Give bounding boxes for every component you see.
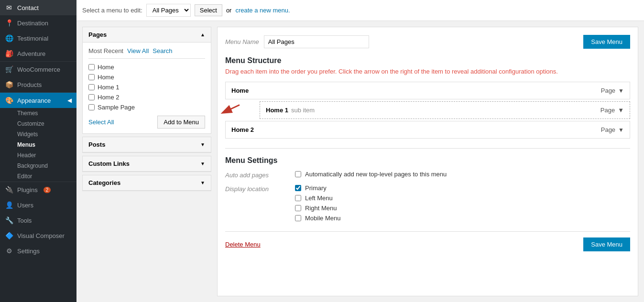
sidebar-sub-themes[interactable]: Themes (0, 108, 76, 119)
location-primary-label: Primary (305, 184, 327, 192)
right-panel: Menu Name Save Menu Menu Structure Drag … (217, 27, 638, 296)
page-checkbox-4[interactable] (88, 104, 95, 110)
save-menu-button-bottom[interactable]: Save Menu (583, 237, 630, 251)
posts-accordion: Posts ▼ (82, 137, 211, 153)
create-menu-link[interactable]: create a new menu. (235, 7, 290, 14)
page-label-4: Sample Page (98, 104, 135, 111)
sidebar-item-tools[interactable]: 🔧 Tools (0, 213, 76, 228)
select-all-link[interactable]: Select All (88, 119, 114, 126)
page-label-1: Home (98, 74, 114, 81)
tab-most-recent[interactable]: Most Recent (88, 47, 123, 54)
list-item: Home 1 (88, 84, 205, 91)
menu-item-home1-label: Home 1 (266, 107, 288, 114)
settings-icon: ⚙ (5, 247, 13, 255)
menu-item-home1-sub[interactable]: Home 1 sub item Page ▼ (260, 101, 630, 119)
sidebar-item-testimonial[interactable]: 🌐 Testimonial (0, 31, 76, 46)
sidebar-sub-editor[interactable]: Editor (0, 171, 76, 182)
topbar: Select a menu to edit: All Pages Select … (76, 0, 644, 21)
add-to-menu-button[interactable]: Add to Menu (157, 116, 205, 129)
main-content: Select a menu to edit: All Pages Select … (76, 0, 644, 302)
page-checkbox-2[interactable] (88, 84, 95, 90)
sidebar-item-users[interactable]: 👤 Users (0, 197, 76, 213)
sidebar-item-woocommerce[interactable]: 🛒 WooCommerce (0, 62, 76, 77)
categories-accordion-header[interactable]: Categories ▼ (83, 175, 211, 191)
menu-item-home1-sub-label: sub item (291, 107, 315, 114)
contact-icon: ✉ (5, 4, 13, 11)
page-checkbox-1[interactable] (88, 74, 95, 80)
menu-select[interactable]: All Pages (146, 4, 191, 17)
select-button[interactable]: Select (195, 4, 222, 16)
plugins-badge: 2 (44, 187, 51, 193)
menu-settings-title: Menu Settings (225, 148, 630, 165)
location-mobile-menu-checkbox[interactable] (295, 215, 301, 221)
custom-links-accordion-header[interactable]: Custom Links ▼ (83, 156, 211, 172)
menu-structure-hint: Drag each item into the order you prefer… (225, 68, 630, 75)
sidebar-item-contact[interactable]: ✉ Contact (0, 0, 76, 15)
display-location-row: Display location Primary Left Menu Ri (225, 184, 630, 222)
sidebar-sub-customize[interactable]: Customize (0, 119, 76, 129)
menu-item-home2-arrow-icon: ▼ (618, 127, 624, 133)
pages-accordion-header[interactable]: Pages ▲ (83, 27, 211, 43)
menu-item-home-label: Home (231, 87, 249, 94)
or-text: or (226, 7, 232, 14)
pages-chevron-icon: ▲ (200, 32, 205, 37)
location-right-menu-checkbox[interactable] (295, 205, 301, 211)
categories-chevron-icon: ▼ (200, 180, 205, 185)
auto-add-row: Auto add pages Automatically add new top… (225, 171, 630, 179)
visual-composer-icon: 🔷 (5, 232, 13, 239)
products-icon: 📦 (5, 81, 13, 88)
tab-search[interactable]: Search (153, 47, 172, 54)
menu-item-home-type: Page (601, 87, 615, 94)
menu-item-home2[interactable]: Home 2 Page ▼ (225, 121, 630, 139)
sidebar-sub-header[interactable]: Header (0, 150, 76, 161)
categories-title: Categories (88, 179, 120, 186)
list-item: Home (88, 74, 205, 81)
page-label-2: Home 1 (98, 84, 120, 91)
menu-item-home2-label: Home 2 (231, 126, 254, 133)
sidebar-item-appearance[interactable]: 🎨 Appearance ◀ (0, 93, 76, 108)
pages-accordion-body: Most Recent View All Search Home Home (83, 43, 211, 133)
location-primary-checkbox[interactable] (295, 185, 301, 191)
save-menu-button-top[interactable]: Save Menu (583, 35, 630, 49)
menu-name-input[interactable] (264, 35, 369, 48)
menu-item-home1-arrow-icon: ▼ (618, 107, 624, 114)
menu-item-home2-type: Page (601, 126, 615, 133)
adventure-icon: 🎒 (5, 50, 13, 57)
delete-menu-link[interactable]: Delete Menu (225, 241, 261, 248)
select-menu-label: Select a menu to edit: (82, 7, 142, 14)
posts-chevron-icon: ▼ (200, 142, 205, 147)
page-checkbox-0[interactable] (88, 64, 95, 70)
menu-item-home[interactable]: Home Page ▼ (225, 82, 630, 99)
page-checkbox-3[interactable] (88, 94, 95, 100)
menu-item-home-arrow-icon: ▼ (618, 87, 624, 94)
sidebar-item-plugins[interactable]: 🔌 Plugins 2 (0, 182, 76, 197)
destination-icon: 📍 (5, 19, 13, 27)
location-left-menu-checkbox[interactable] (295, 195, 301, 201)
menu-item-home1-type: Page (600, 107, 615, 114)
location-right-menu-label: Right Menu (305, 205, 337, 212)
page-list: Home Home Home 1 Home 2 (88, 64, 205, 111)
auto-add-text: Automatically add new top-level pages to… (305, 171, 447, 178)
custom-links-chevron-icon: ▼ (200, 161, 205, 166)
svg-line-1 (223, 105, 240, 112)
woocommerce-icon: 🛒 (5, 65, 13, 73)
menu-item-sub-container: Home 1 sub item Page ▼ (242, 101, 630, 119)
sidebar-item-products[interactable]: 📦 Products (0, 77, 76, 92)
sidebar-item-settings[interactable]: ⚙ Settings (0, 243, 76, 259)
sidebar-item-visual-composer[interactable]: 🔷 Visual Composer (0, 228, 76, 243)
sidebar-item-adventure[interactable]: 🎒 Adventure (0, 46, 76, 61)
sidebar-sub-background[interactable]: Background (0, 161, 76, 171)
posts-title: Posts (88, 141, 105, 148)
tab-view-all[interactable]: View All (127, 47, 149, 54)
plugins-icon: 🔌 (5, 186, 13, 194)
categories-accordion: Categories ▼ (82, 175, 211, 191)
list-item: Home 2 (88, 94, 205, 101)
testimonial-icon: 🌐 (5, 34, 13, 42)
menu-name-row: Menu Name Save Menu (225, 35, 630, 49)
red-arrow-indicator (221, 102, 240, 119)
posts-accordion-header[interactable]: Posts ▼ (83, 137, 211, 152)
auto-add-checkbox[interactable] (295, 171, 301, 177)
sidebar-sub-widgets[interactable]: Widgets (0, 129, 76, 140)
sidebar-item-destination[interactable]: 📍 Destination (0, 15, 76, 31)
sidebar-sub-menus[interactable]: Menus (0, 140, 76, 150)
